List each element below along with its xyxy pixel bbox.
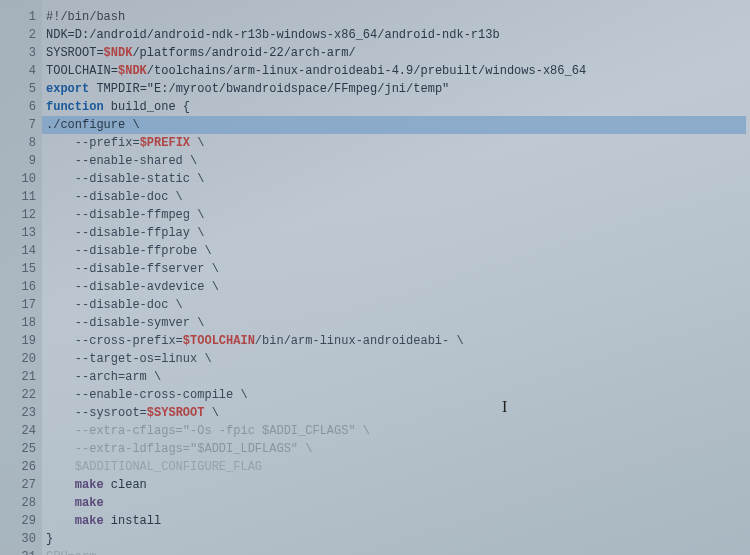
code-token: --extra-cflags="-Os -fpic — [46, 424, 262, 438]
line-number: 10 — [4, 170, 36, 188]
code-token: \ — [190, 136, 204, 150]
code-token: --enable-shared \ — [46, 154, 197, 168]
code-token: clean — [104, 478, 147, 492]
code-line[interactable]: --disable-static \ — [46, 170, 746, 188]
code-line[interactable]: --enable-shared \ — [46, 152, 746, 170]
code-line[interactable]: SYSROOT=$NDK/platforms/android-22/arch-a… — [46, 44, 746, 62]
code-token: ./configure \ — [46, 118, 140, 132]
code-line[interactable]: ./configure \ — [42, 116, 746, 134]
code-token: --prefix= — [46, 136, 140, 150]
line-number: 7 — [4, 116, 36, 134]
code-editor: 1234567891011121314151617181920212223242… — [0, 0, 750, 555]
code-token: " \ — [291, 442, 313, 456]
code-token: $NDK — [118, 64, 147, 78]
code-token: --cross-prefix= — [46, 334, 183, 348]
code-line[interactable]: --disable-ffmpeg \ — [46, 206, 746, 224]
code-token: --arch=arm \ — [46, 370, 161, 384]
code-line[interactable]: --disable-doc \ — [46, 296, 746, 314]
line-number: 30 — [4, 530, 36, 548]
code-token: function — [46, 100, 104, 114]
code-token: $ADDI_CFLAGS — [262, 424, 348, 438]
code-token: --disable-doc \ — [46, 298, 183, 312]
line-number: 3 — [4, 44, 36, 62]
code-token: \ — [204, 406, 218, 420]
code-line[interactable]: --extra-cflags="-Os -fpic $ADDI_CFLAGS" … — [46, 422, 746, 440]
code-token: $TOOLCHAIN — [183, 334, 255, 348]
code-line[interactable]: make clean — [46, 476, 746, 494]
line-number: 13 — [4, 224, 36, 242]
code-token: NDK=D:/android/android-ndk-r13b-windows-… — [46, 28, 500, 42]
code-token: --disable-ffplay \ — [46, 226, 204, 240]
code-token: } — [46, 532, 53, 546]
code-token: make — [46, 478, 104, 492]
code-line[interactable]: TOOLCHAIN=$NDK/toolchains/arm-linux-andr… — [46, 62, 746, 80]
line-number: 24 — [4, 422, 36, 440]
code-line[interactable]: --disable-avdevice \ — [46, 278, 746, 296]
code-line[interactable]: --arch=arm \ — [46, 368, 746, 386]
code-line[interactable]: make — [46, 494, 746, 512]
line-number: 4 — [4, 62, 36, 80]
code-line[interactable]: --cross-prefix=$TOOLCHAIN/bin/arm-linux-… — [46, 332, 746, 350]
code-token: $PREFIX — [140, 136, 190, 150]
line-number: 16 — [4, 278, 36, 296]
code-line[interactable]: export TMPDIR="E:/myroot/bwandroidspace/… — [46, 80, 746, 98]
line-number: 12 — [4, 206, 36, 224]
code-line[interactable]: --enable-cross-compile \ — [46, 386, 746, 404]
code-token: $SYSROOT — [147, 406, 205, 420]
code-token: /bin/arm-linux-androideabi- \ — [255, 334, 464, 348]
code-token: --enable-cross-compile \ — [46, 388, 248, 402]
line-number: 15 — [4, 260, 36, 278]
code-token: build_one { — [104, 100, 190, 114]
line-number: 5 — [4, 80, 36, 98]
code-line[interactable]: --disable-symver \ — [46, 314, 746, 332]
line-number: 18 — [4, 314, 36, 332]
code-line[interactable]: --prefix=$PREFIX \ — [46, 134, 746, 152]
code-token: /platforms/android-22/arch-arm/ — [132, 46, 355, 60]
code-line[interactable]: $ADDITIONAL_CONFIGURE_FLAG — [46, 458, 746, 476]
code-line[interactable]: --disable-ffprobe \ — [46, 242, 746, 260]
line-number: 27 — [4, 476, 36, 494]
code-line[interactable]: --disable-ffserver \ — [46, 260, 746, 278]
code-token: #!/bin/bash — [46, 10, 125, 24]
line-number: 20 — [4, 350, 36, 368]
code-area[interactable]: I #!/bin/bashNDK=D:/android/android-ndk-… — [42, 0, 750, 555]
line-number: 1 — [4, 8, 36, 26]
code-line[interactable]: function build_one { — [46, 98, 746, 116]
code-token: make — [46, 496, 104, 510]
code-token: --extra-ldflags=" — [46, 442, 197, 456]
code-token: $ADDI_LDFLAGS — [197, 442, 291, 456]
code-token: install — [104, 514, 162, 528]
code-token: /toolchains/arm-linux-androideabi-4.9/pr… — [147, 64, 586, 78]
code-line[interactable]: --disable-ffplay \ — [46, 224, 746, 242]
code-token: make — [46, 514, 104, 528]
code-token: $ADDITIONAL_CONFIGURE_FLAG — [46, 460, 262, 474]
code-token: --sysroot= — [46, 406, 147, 420]
code-token: --disable-ffprobe \ — [46, 244, 212, 258]
line-number: 9 — [4, 152, 36, 170]
code-line[interactable]: CPU=arm — [46, 548, 746, 555]
line-number: 31 — [4, 548, 36, 555]
line-number: 14 — [4, 242, 36, 260]
code-line[interactable]: #!/bin/bash — [46, 8, 746, 26]
code-token: --disable-static \ — [46, 172, 204, 186]
code-line[interactable]: --disable-doc \ — [46, 188, 746, 206]
code-line[interactable]: make install — [46, 512, 746, 530]
line-number: 25 — [4, 440, 36, 458]
line-number: 21 — [4, 368, 36, 386]
line-number: 17 — [4, 296, 36, 314]
line-number: 23 — [4, 404, 36, 422]
code-token: export — [46, 82, 89, 96]
code-line[interactable]: --extra-ldflags="$ADDI_LDFLAGS" \ — [46, 440, 746, 458]
code-line[interactable]: --target-os=linux \ — [46, 350, 746, 368]
code-token: --disable-ffserver \ — [46, 262, 219, 276]
code-line[interactable]: } — [46, 530, 746, 548]
line-number: 26 — [4, 458, 36, 476]
code-token: TOOLCHAIN= — [46, 64, 118, 78]
line-number: 19 — [4, 332, 36, 350]
code-token: --disable-ffmpeg \ — [46, 208, 204, 222]
line-number-gutter: 1234567891011121314151617181920212223242… — [0, 0, 42, 555]
code-line[interactable]: NDK=D:/android/android-ndk-r13b-windows-… — [46, 26, 746, 44]
code-line[interactable]: --sysroot=$SYSROOT \ — [46, 404, 746, 422]
line-number: 2 — [4, 26, 36, 44]
line-number: 28 — [4, 494, 36, 512]
